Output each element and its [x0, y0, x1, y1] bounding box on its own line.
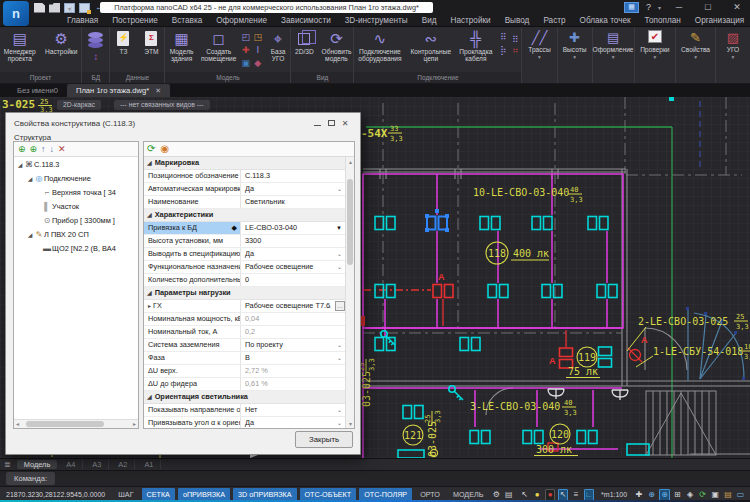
dialog-close-button[interactable]: Закрыть: [295, 431, 353, 448]
toggle-osnap[interactable]: оПРИВЯЗКА: [178, 488, 230, 501]
ellipsis-button[interactable]: …: [335, 301, 345, 311]
linked-views-button[interactable]: --- нет связанных видов ---: [114, 100, 210, 110]
sheet-tab-a4[interactable]: А4: [59, 460, 83, 469]
zoom-realtime-icon[interactable]: ⊕: [659, 489, 669, 501]
toggle-ortho[interactable]: ОРТО: [415, 488, 445, 501]
toggle-3dosnap[interactable]: 3D оПРИВЯЗКА: [233, 488, 296, 501]
tree-item-device[interactable]: ⊙ Прибор [ 3300мм ]: [14, 213, 138, 227]
command-line[interactable]: Команда:: [0, 470, 750, 486]
zoom-icon[interactable]: ⊕: [647, 489, 657, 501]
dialog-maximize-icon[interactable]: [324, 119, 338, 128]
navigate-icon[interactable]: ◈: [685, 489, 695, 501]
selected-fixture[interactable]: [425, 209, 449, 232]
room-corner-icon[interactable]: ◰: [240, 31, 252, 44]
cable-end-icon[interactable]: ⠶: [509, 44, 521, 57]
tab-vyvod[interactable]: Вывод: [498, 15, 537, 26]
toggle-grid[interactable]: СЕТКА: [142, 488, 175, 501]
plot-icon[interactable]: ▤: [504, 489, 514, 501]
project-manager-button[interactable]: ▤ Менеджер проекта: [0, 29, 40, 63]
category-row[interactable]: ◢Параметры нагрузки: [144, 287, 345, 300]
close-button[interactable]: ✕: [726, 2, 748, 12]
category-row[interactable]: ◢Ориентация светильника: [144, 391, 345, 404]
property-row-gx[interactable]: ▸ГХ Рабочее освещение Т7.6⌄…: [144, 300, 345, 313]
minimize-button[interactable]: ─: [668, 2, 690, 12]
tree-item-segment[interactable]: ▌ Участок: [14, 199, 138, 213]
save-as-icon[interactable]: [79, 3, 90, 13]
combo-arrow-icon[interactable]: ▼: [336, 222, 342, 234]
tz-button[interactable]: ⚡ ТЗ: [110, 29, 136, 55]
cable-routing-button[interactable]: ╬ Прокладка кабеля: [456, 29, 495, 63]
property-row[interactable]: Количество дополнительных фазны... 0: [144, 274, 345, 287]
help-button[interactable]: ?: [646, 2, 651, 12]
database-button[interactable]: ↕: [88, 29, 103, 62]
tab-nastroyki[interactable]: Настройки: [443, 15, 497, 26]
workspace-settings-icon[interactable]: ⚙: [491, 489, 501, 501]
visual-style-button[interactable]: 2D-каркас: [57, 100, 101, 110]
ugo-base-button[interactable]: ⌖ База УГО: [266, 29, 291, 63]
record-icon[interactable]: ●: [545, 489, 555, 501]
update-model-button[interactable]: ⟳ Обновить модель: [319, 29, 353, 63]
dialog-close-icon[interactable]: ✕: [338, 119, 352, 128]
tree-item-top-point[interactable]: ⌐ Верхняя точка [ 34: [14, 185, 138, 199]
tab-glavnaya[interactable]: Главная: [60, 15, 105, 26]
connect-equipment-button[interactable]: ∿ Подключение оборудования: [354, 29, 405, 63]
tab-oformlenie[interactable]: Оформление: [209, 15, 274, 26]
property-row[interactable]: Фаза В⌄: [144, 352, 345, 365]
sheet-tab-a3[interactable]: А3: [85, 460, 109, 469]
add-child-icon[interactable]: ⊕: [30, 145, 38, 154]
room-grid-icon[interactable]: ▣: [240, 57, 252, 70]
grid-vscrollbar[interactable]: ▴▾: [345, 157, 354, 428]
tree-item-connection[interactable]: ◢◎ Подключение: [14, 171, 138, 185]
properties-dropdown[interactable]: ✎ Свойства▾: [676, 27, 716, 83]
tab-postroenie[interactable]: Построение: [105, 15, 165, 26]
db-sync-button-icon[interactable]: ⟳: [147, 144, 155, 154]
category-row[interactable]: ◢Маркировка: [144, 157, 345, 170]
property-row[interactable]: Выводить в спецификацию Да⌄: [144, 248, 345, 261]
tab-oblaka-tochek[interactable]: Облака точек: [573, 15, 638, 26]
property-row-db-binding[interactable]: Привязка к БД◆ LE-СВО-03-040▼: [144, 222, 345, 235]
toggle-snap[interactable]: ШАГ: [113, 488, 138, 501]
toggle-otrack-object[interactable]: ОТС-ОБЪЕКТ: [300, 488, 357, 501]
drawing-canvas[interactable]: 2D-каркас --- нет связанных видов ---: [0, 97, 750, 458]
command-prompt[interactable]: Команда:: [6, 472, 55, 485]
pan-icon[interactable]: ✚: [634, 489, 644, 501]
selection-cursor-icon[interactable]: ↖: [520, 489, 530, 501]
property-row[interactable]: Наименование Светильник: [144, 196, 345, 209]
workspace-icon[interactable]: ▦: [624, 2, 639, 13]
room-add-icon[interactable]: ✚: [240, 44, 252, 57]
properties-list-icon[interactable]: ≡: [571, 489, 581, 501]
settings-button[interactable]: ⚙ Настройки: [42, 29, 82, 55]
new-file-icon[interactable]: [34, 3, 45, 13]
fullscreen-icon[interactable]: ▭: [736, 489, 746, 501]
toggle-model-space[interactable]: МОДЕЛЬ: [448, 488, 489, 501]
dynamic-ucs-icon[interactable]: ∟: [584, 489, 594, 501]
sheet-tab-a2[interactable]: А2: [111, 460, 135, 469]
lighting-icon[interactable]: ●: [532, 489, 542, 501]
doc-tab-plan[interactable]: План 1го этажа.dwg*✕: [67, 84, 170, 97]
tab-vstavka[interactable]: Вставка: [165, 15, 209, 26]
heights-dropdown[interactable]: ✚ Высоты▾: [558, 27, 593, 83]
cable-bundle-icon[interactable]: ⣶: [509, 31, 521, 44]
control-circuits-button[interactable]: ∾ Контрольные цепи: [407, 29, 454, 63]
room-stats-icon[interactable]: ◆: [252, 57, 264, 70]
ugo-dropdown[interactable]: ▨ УГО▾: [716, 27, 750, 83]
cable-tray-icon[interactable]: ⠿: [497, 31, 509, 44]
delete-node-icon[interactable]: ✕: [58, 145, 66, 154]
dialog-minimize-icon[interactable]: [310, 119, 324, 128]
building-model-button[interactable]: ▦ Модель здания: [165, 29, 197, 63]
dialog-titlebar[interactable]: Свойства конструктива (С.118.3) ✕: [6, 113, 360, 133]
tab-3d-instrumenty[interactable]: 3D-инструменты: [338, 15, 415, 26]
tree-item-panel[interactable]: ▬ ЩО2 [N2.2 (В, ВА4: [14, 241, 138, 255]
property-row[interactable]: Функциональное назначение Рабочее освеще…: [144, 261, 345, 274]
notes-icon[interactable]: ▤: [723, 489, 733, 501]
regen-icon[interactable]: ⟳: [698, 489, 708, 501]
property-row[interactable]: Высота установки, мм 3300: [144, 235, 345, 248]
room-merge-icon[interactable]: ◳: [252, 31, 264, 44]
annotation-dropdown[interactable]: ▤ Оформление▾: [593, 27, 635, 83]
category-row[interactable]: ◢Характеристики: [144, 209, 345, 222]
property-row[interactable]: Показывать направление оптическо... Нет⌄: [144, 404, 345, 417]
tree-item-cable[interactable]: ◢✎ Л ПВХ 20 СП: [14, 227, 138, 241]
tab-close-icon[interactable]: ✕: [155, 87, 161, 95]
help-dropdown-icon[interactable]: ▾: [658, 4, 661, 11]
zoom-window-icon[interactable]: ⊞: [673, 489, 683, 501]
